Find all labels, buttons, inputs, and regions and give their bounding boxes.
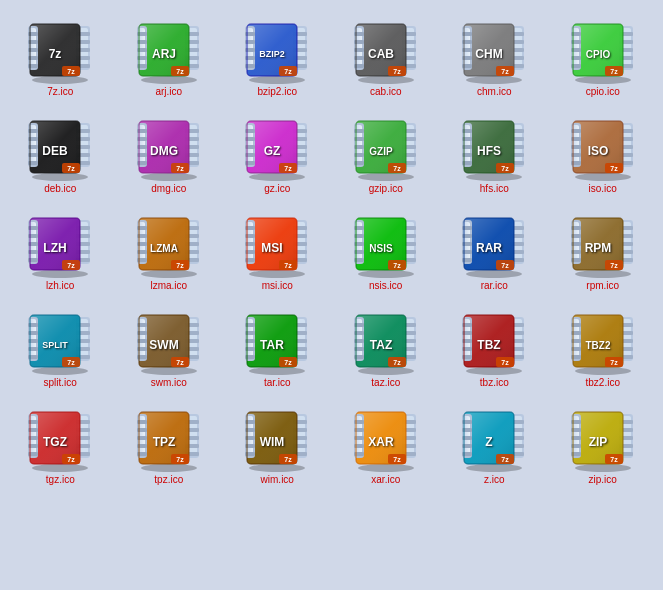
icon-item-z[interactable]: Z 7z z.ico bbox=[442, 396, 547, 489]
icon-item-tgz[interactable]: TGZ 7z tgz.ico bbox=[8, 396, 113, 489]
icon-item-swm[interactable]: SWM 7z swm.ico bbox=[117, 299, 222, 392]
svg-point-21 bbox=[141, 76, 197, 84]
svg-text:7z: 7z bbox=[176, 165, 184, 172]
icon-label-deb: deb.ico bbox=[44, 183, 76, 194]
svg-point-168 bbox=[249, 173, 305, 181]
svg-text:7z: 7z bbox=[68, 262, 76, 269]
icon-item-iso[interactable]: ISO 7z iso.ico bbox=[551, 105, 656, 198]
svg-text:DMG: DMG bbox=[150, 144, 178, 158]
archive-icon: DMG 7z bbox=[133, 109, 205, 181]
icon-item-deb[interactable]: DEB 7z deb.ico bbox=[8, 105, 113, 198]
svg-text:CPIO: CPIO bbox=[586, 49, 611, 60]
icon-label-z: z.ico bbox=[484, 474, 505, 485]
svg-text:GZ: GZ bbox=[264, 144, 281, 158]
svg-point-546 bbox=[249, 464, 305, 472]
icon-item-bzip2[interactable]: BZIP2 7z bzip2.ico bbox=[225, 8, 330, 101]
svg-text:7z: 7z bbox=[610, 262, 618, 269]
svg-point-231 bbox=[575, 173, 631, 181]
icon-label-gzip: gzip.ico bbox=[369, 183, 403, 194]
icon-item-rpm[interactable]: RPM 7z rpm.ico bbox=[551, 202, 656, 295]
svg-text:7z: 7z bbox=[502, 68, 510, 75]
svg-text:SWM: SWM bbox=[149, 338, 178, 352]
archive-icon: CAB 7z bbox=[350, 12, 422, 84]
icon-label-bzip2: bzip2.ico bbox=[258, 86, 297, 97]
icon-label-hfs: hfs.ico bbox=[480, 183, 509, 194]
svg-text:RPM: RPM bbox=[584, 241, 611, 255]
svg-text:ARJ: ARJ bbox=[152, 47, 176, 61]
svg-text:7z: 7z bbox=[285, 456, 293, 463]
icon-item-chm[interactable]: CHM 7z chm.ico bbox=[442, 8, 547, 101]
icon-item-hfs[interactable]: HFS 7z hfs.ico bbox=[442, 105, 547, 198]
svg-text:7z: 7z bbox=[610, 68, 618, 75]
archive-icon: ISO 7z bbox=[567, 109, 639, 181]
archive-icon: ARJ 7z bbox=[133, 12, 205, 84]
icon-item-tar[interactable]: TAR 7z tar.ico bbox=[225, 299, 330, 392]
icon-label-tgz: tgz.ico bbox=[46, 474, 75, 485]
icon-label-dmg: dmg.ico bbox=[151, 183, 186, 194]
svg-point-252 bbox=[32, 270, 88, 278]
svg-point-399 bbox=[141, 367, 197, 375]
svg-text:7z: 7z bbox=[393, 165, 401, 172]
svg-text:7z: 7z bbox=[502, 359, 510, 366]
svg-text:TGZ: TGZ bbox=[43, 435, 67, 449]
icon-item-arj[interactable]: ARJ 7z arj.ico bbox=[117, 8, 222, 101]
svg-point-483 bbox=[575, 367, 631, 375]
svg-point-420 bbox=[249, 367, 305, 375]
icon-item-gzip[interactable]: GZIP 7z gzip.ico bbox=[334, 105, 439, 198]
svg-point-105 bbox=[575, 76, 631, 84]
svg-text:7z: 7z bbox=[610, 359, 618, 366]
svg-text:7z: 7z bbox=[610, 165, 618, 172]
icon-label-xar: xar.ico bbox=[371, 474, 400, 485]
svg-text:7z: 7z bbox=[285, 68, 293, 75]
svg-text:TAZ: TAZ bbox=[370, 338, 392, 352]
icon-label-tbz2: tbz2.ico bbox=[586, 377, 620, 388]
icon-item-xar[interactable]: XAR 7z xar.ico bbox=[334, 396, 439, 489]
svg-text:NSIS: NSIS bbox=[369, 243, 393, 254]
archive-icon: SWM 7z bbox=[133, 303, 205, 375]
archive-icon: WIM 7z bbox=[241, 400, 313, 472]
icon-label-iso: iso.ico bbox=[589, 183, 617, 194]
archive-icon: TAZ 7z bbox=[350, 303, 422, 375]
icon-item-tpz[interactable]: TPZ 7z tpz.ico bbox=[117, 396, 222, 489]
icon-label-tbz: tbz.ico bbox=[480, 377, 509, 388]
icon-item-wim[interactable]: WIM 7z wim.ico bbox=[225, 396, 330, 489]
icon-item-rar[interactable]: RAR 7z rar.ico bbox=[442, 202, 547, 295]
svg-text:7z: 7z bbox=[68, 359, 76, 366]
icon-label-rar: rar.ico bbox=[481, 280, 508, 291]
archive-icon: BZIP2 7z bbox=[241, 12, 313, 84]
icon-item-cpio[interactable]: CPIO 7z cpio.ico bbox=[551, 8, 656, 101]
svg-text:7z: 7z bbox=[176, 456, 184, 463]
archive-icon: CPIO 7z bbox=[567, 12, 639, 84]
archive-icon: TPZ 7z bbox=[133, 400, 205, 472]
icon-item-7z[interactable]: 7z 7z 7z.ico bbox=[8, 8, 113, 101]
svg-text:SPLIT: SPLIT bbox=[42, 340, 68, 350]
svg-text:7z: 7z bbox=[285, 262, 293, 269]
svg-point-462 bbox=[466, 367, 522, 375]
svg-text:TAR: TAR bbox=[260, 338, 284, 352]
svg-text:7z: 7z bbox=[393, 359, 401, 366]
svg-point-609 bbox=[575, 464, 631, 472]
icon-item-nsis[interactable]: NSIS 7z nsis.ico bbox=[334, 202, 439, 295]
icon-item-cab[interactable]: CAB 7z cab.ico bbox=[334, 8, 439, 101]
svg-point-504 bbox=[32, 464, 88, 472]
icon-item-zip[interactable]: ZIP 7z zip.ico bbox=[551, 396, 656, 489]
svg-text:Z: Z bbox=[486, 435, 493, 449]
icon-label-7z: 7z.ico bbox=[47, 86, 73, 97]
svg-text:LZMA: LZMA bbox=[150, 243, 178, 254]
svg-text:7z: 7z bbox=[68, 165, 76, 172]
icon-item-taz[interactable]: TAZ 7z taz.ico bbox=[334, 299, 439, 392]
icon-item-split[interactable]: SPLIT 7z split.ico bbox=[8, 299, 113, 392]
icon-item-msi[interactable]: MSI 7z msi.ico bbox=[225, 202, 330, 295]
svg-point-336 bbox=[466, 270, 522, 278]
icon-item-dmg[interactable]: DMG 7z dmg.ico bbox=[117, 105, 222, 198]
svg-text:7z: 7z bbox=[49, 47, 62, 61]
archive-icon: TBZ2 7z bbox=[567, 303, 639, 375]
svg-text:7z: 7z bbox=[393, 262, 401, 269]
archive-icon: 7z 7z bbox=[24, 12, 96, 84]
icon-item-gz[interactable]: GZ 7z gz.ico bbox=[225, 105, 330, 198]
icon-item-lzma[interactable]: LZMA 7z lzma.ico bbox=[117, 202, 222, 295]
icon-item-tbz2[interactable]: TBZ2 7z tbz2.ico bbox=[551, 299, 656, 392]
icon-item-tbz[interactable]: TBZ 7z tbz.ico bbox=[442, 299, 547, 392]
svg-text:GZIP: GZIP bbox=[369, 146, 393, 157]
icon-item-lzh[interactable]: LZH 7z lzh.ico bbox=[8, 202, 113, 295]
